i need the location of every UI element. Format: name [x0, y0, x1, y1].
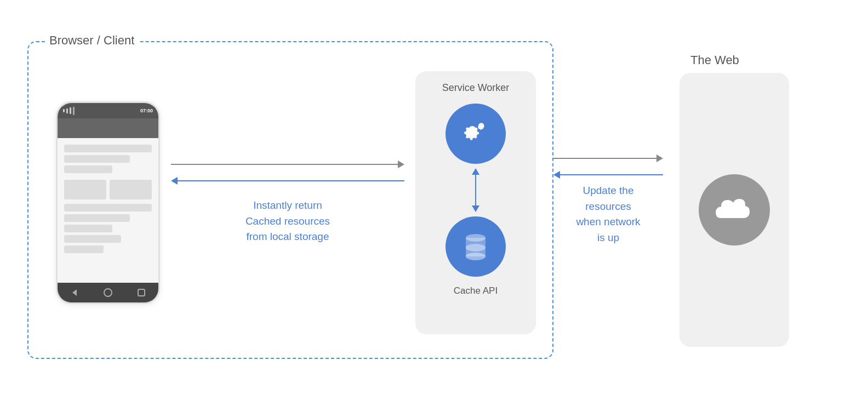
content-group-2 — [64, 204, 152, 253]
content-block-medium-3 — [64, 235, 121, 243]
arrow-to-web — [553, 155, 663, 162]
phone-time: 07:00 — [140, 108, 153, 113]
content-block-short-1 — [64, 165, 112, 173]
content-block-medium-1 — [64, 155, 130, 163]
arrow-from-sw — [171, 177, 404, 185]
database-icon — [458, 229, 494, 265]
update-label: Update the resources when network is up — [576, 183, 640, 245]
content-row-1 — [64, 180, 152, 199]
browser-client-label: Browser / Client — [45, 33, 139, 48]
cloud-icon — [712, 193, 756, 226]
content-block-half-2 — [110, 180, 152, 199]
sw-to-web-arrows: Update the resources when network is up — [553, 155, 663, 245]
home-icon — [103, 288, 113, 298]
signal-icons — [63, 107, 75, 115]
cached-resources-label: Instantly return Cached resources from l… — [245, 198, 330, 245]
cache-circle — [446, 216, 506, 277]
web-label: The Web — [690, 53, 739, 67]
browser-client-section: Browser / Client 07:00 — [27, 41, 553, 359]
gear-icon — [459, 117, 492, 150]
web-section: The Web — [679, 53, 789, 347]
phone-mockup: 07:00 — [56, 101, 160, 304]
content-block-medium-2 — [64, 214, 130, 222]
arrow-head-to-web — [656, 155, 663, 162]
content-block-wide-2 — [64, 204, 152, 212]
service-worker-label: Service Worker — [442, 82, 510, 94]
arrow-head-left — [171, 177, 178, 185]
vertical-arrow — [472, 168, 479, 212]
signal-bar-4 — [73, 107, 75, 115]
svg-point-9 — [466, 253, 486, 260]
cache-api-label: Cache API — [454, 285, 498, 296]
phone-content — [58, 138, 158, 283]
diagram-container: Browser / Client 07:00 — [0, 0, 868, 400]
signal-bar-2 — [66, 108, 68, 113]
arrow-head-from-web — [553, 171, 560, 179]
gear-circle — [446, 104, 506, 164]
arrow-line-right — [171, 164, 398, 165]
arrow-line-to-web — [553, 158, 656, 159]
phone-header-bar — [58, 118, 158, 138]
v-arrow-head-down — [472, 205, 479, 212]
arrow-head-right — [398, 161, 404, 168]
svg-marker-0 — [72, 289, 77, 296]
signal-bar-1 — [63, 109, 65, 112]
svg-rect-2 — [138, 289, 145, 296]
content-group-1 — [64, 145, 152, 173]
arrow-to-sw — [171, 161, 404, 168]
phone-status-bar: 07:00 — [58, 103, 158, 118]
v-arrow-head-up — [472, 168, 479, 175]
signal-bar-3 — [70, 107, 71, 114]
content-block-wide-1 — [64, 145, 152, 152]
arrow-from-web — [553, 171, 663, 179]
svg-point-1 — [104, 289, 112, 296]
content-block-short-2 — [64, 225, 112, 232]
phone-to-sw-arrows: Instantly return Cached resources from l… — [160, 161, 415, 245]
back-icon — [70, 288, 79, 298]
service-worker-box: Service Worker — [415, 71, 536, 334]
arrow-line-left — [178, 180, 404, 181]
v-arrow-line — [475, 175, 476, 205]
content-block-half-1 — [64, 180, 106, 199]
phone-nav-bar — [58, 283, 158, 302]
arrow-line-from-web — [560, 174, 663, 175]
square-icon — [136, 288, 146, 298]
content-block-short-3 — [64, 245, 104, 253]
web-box — [679, 73, 789, 347]
cloud-circle — [699, 174, 770, 245]
